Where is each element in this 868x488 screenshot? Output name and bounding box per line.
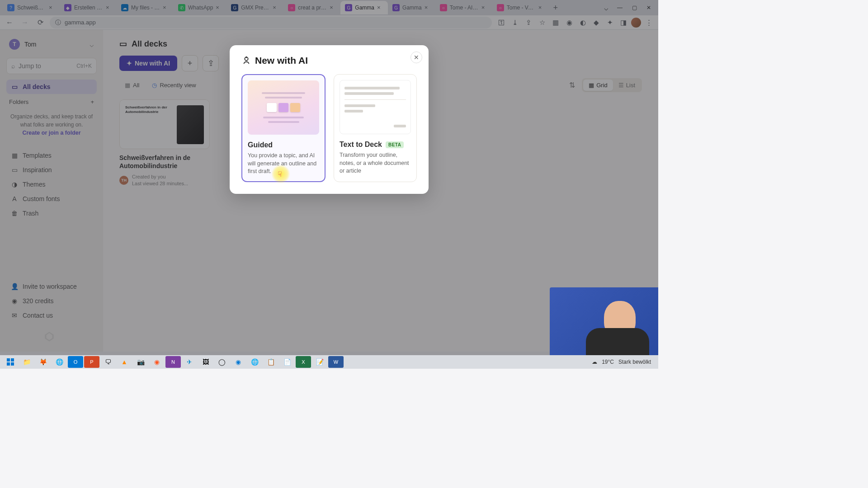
- tb-app2[interactable]: 📷: [133, 356, 148, 368]
- svg-point-1: [246, 57, 247, 58]
- tb-explorer[interactable]: 📁: [19, 356, 34, 368]
- start-button[interactable]: [3, 356, 18, 368]
- tb-notepad[interactable]: 📝: [312, 356, 327, 368]
- beta-badge: BETA: [386, 141, 404, 148]
- tb-app1[interactable]: 🗨: [100, 356, 116, 368]
- tb-outlook[interactable]: O: [68, 356, 83, 368]
- ai-icon: [241, 56, 251, 66]
- text-preview: [340, 80, 411, 134]
- tb-firefox[interactable]: 🦊: [35, 356, 51, 368]
- windows-taskbar: 📁 🦊 🌐 O P 🗨 ▲ 📷 ◉ N ✈ 🖼 ◯ ◉ 🌐 📋 📄 X 📝 W …: [0, 355, 658, 369]
- tb-app9[interactable]: 📄: [279, 356, 295, 368]
- svg-rect-5: [11, 362, 14, 366]
- webcam-overlay: [550, 287, 658, 355]
- svg-rect-2: [7, 358, 10, 361]
- tb-app3[interactable]: ◉: [149, 356, 165, 368]
- weather-desc[interactable]: Stark bewölkt: [618, 359, 651, 365]
- tb-chrome[interactable]: 🌐: [52, 356, 67, 368]
- tb-onenote[interactable]: N: [165, 356, 181, 368]
- tb-word[interactable]: W: [328, 356, 344, 368]
- weather-icon[interactable]: ☁: [592, 359, 597, 365]
- option-guided[interactable]: Guided You provide a topic, and AI will …: [241, 74, 326, 182]
- text-desc: Transform your outline, notes, or a whol…: [340, 151, 411, 175]
- text-title: Text to Deck: [340, 141, 382, 149]
- tb-telegram[interactable]: ✈: [182, 356, 197, 368]
- tb-excel[interactable]: X: [296, 356, 311, 368]
- tb-app4[interactable]: 🖼: [198, 356, 213, 368]
- tb-app7[interactable]: 🌐: [247, 356, 262, 368]
- modal-close-button[interactable]: ✕: [410, 52, 422, 63]
- new-with-ai-modal: ✕ New with AI Guided You provide: [230, 45, 429, 194]
- guided-title: Guided: [248, 141, 273, 149]
- tb-app5[interactable]: ◯: [214, 356, 230, 368]
- modal-title: New with AI: [241, 55, 417, 66]
- option-text-to-deck[interactable]: Text to Deck BETA Transform your outline…: [334, 74, 417, 182]
- tb-app6[interactable]: ◉: [231, 356, 246, 368]
- weather-temp[interactable]: 19°C: [602, 359, 614, 365]
- svg-rect-3: [11, 358, 14, 361]
- svg-rect-4: [7, 362, 10, 366]
- tb-powerpoint[interactable]: P: [84, 356, 99, 368]
- guided-preview: [248, 80, 319, 135]
- tb-app8[interactable]: 📋: [263, 356, 278, 368]
- tb-vlc[interactable]: ▲: [117, 356, 132, 368]
- cursor-pointer-icon: ☟: [278, 170, 284, 178]
